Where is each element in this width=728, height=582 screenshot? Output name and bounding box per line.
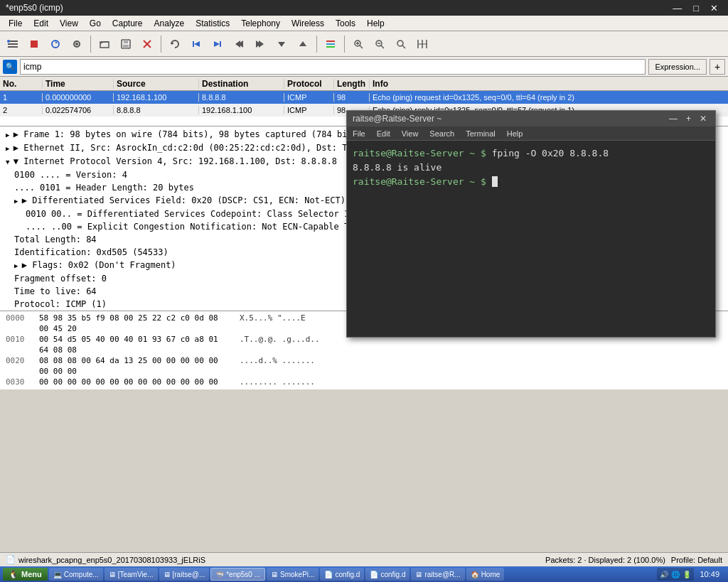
- menu-telephony[interactable]: Telephony: [235, 17, 286, 30]
- taskbar-item-6[interactable]: 📄 config.d: [365, 568, 410, 581]
- clock-time: 10:49: [700, 570, 719, 578]
- svg-rect-11: [124, 40, 128, 43]
- add-filter-button[interactable]: +: [710, 59, 725, 75]
- close-button[interactable]: ✕: [706, 3, 722, 14]
- terminal-titlebar-controls: — + ✕: [666, 114, 710, 124]
- status-profile: Profile: Default: [671, 556, 722, 564]
- menu-analyze[interactable]: Analyze: [149, 17, 191, 30]
- tray-icon-1[interactable]: 🌐: [671, 571, 680, 578]
- taskbar-item-icon-3: 🦈: [215, 571, 224, 578]
- toolbar-zoom-out-btn[interactable]: [370, 34, 390, 54]
- start-icon: 🐧: [9, 570, 18, 579]
- title-bar-controls: — □ ✕: [668, 3, 722, 14]
- cell-time-1: 0.022574706: [43, 106, 114, 114]
- svg-line-37: [402, 45, 405, 48]
- taskbar-start-button[interactable]: 🐧 Menu: [3, 568, 48, 581]
- toolbar-last-btn[interactable]: [250, 34, 270, 54]
- terminal-line-1: raitse@Raitse-Server ~ $ fping -O 0x20 8…: [353, 146, 710, 161]
- tray-icon-0[interactable]: 🔊: [660, 571, 668, 578]
- toolbar-colresize-btn[interactable]: [321, 34, 341, 54]
- taskbar-item-7[interactable]: 🖥 raitse@R...: [411, 568, 464, 581]
- taskbar-item-0[interactable]: 💻 Compute...: [49, 568, 103, 581]
- col-header-info: Info: [370, 79, 728, 89]
- toolbar-save-btn[interactable]: [116, 34, 136, 54]
- menu-tools[interactable]: Tools: [330, 17, 361, 30]
- hex-offset-3: 0030: [6, 377, 31, 389]
- menu-capture[interactable]: Capture: [107, 17, 149, 30]
- terminal-window: raitse@Raitse-Server ~ — + ✕ File Edit V…: [346, 110, 716, 338]
- taskbar-item-2[interactable]: 🖥 [raitse@...: [159, 568, 210, 581]
- toolbar-reload-btn[interactable]: [165, 34, 185, 54]
- filter-bar: 🔍 Expression... +: [0, 57, 728, 77]
- term-menu-view[interactable]: View: [399, 129, 422, 138]
- expression-button[interactable]: Expression...: [648, 59, 707, 75]
- svg-point-36: [397, 41, 403, 46]
- taskbar-item-3[interactable]: 🦈 *enp5s0 ...: [210, 568, 265, 581]
- toolbar-restart-btn[interactable]: [46, 34, 65, 54]
- menu-edit[interactable]: Edit: [28, 17, 54, 30]
- menu-wireless[interactable]: Wireless: [286, 17, 330, 30]
- filter-input[interactable]: [20, 59, 646, 75]
- toolbar-first-btn[interactable]: [229, 34, 249, 54]
- taskbar-item-label-8: Home: [481, 571, 500, 578]
- menu-view[interactable]: View: [54, 17, 84, 30]
- taskbar-item-label-3: *enp5s0 ...: [226, 571, 260, 578]
- toolbar-open-btn[interactable]: [95, 34, 114, 54]
- taskbar-clock: 🔊 🌐 🔋 10:49: [651, 568, 725, 581]
- taskbar-item-4[interactable]: 🖥 SmokePi...: [267, 568, 318, 581]
- toolbar-down-btn[interactable]: [272, 34, 291, 54]
- terminal-maximize-btn[interactable]: +: [683, 114, 694, 124]
- taskbar-item-icon-6: 📄: [370, 571, 378, 578]
- tray-icon-2[interactable]: 🔋: [682, 571, 691, 578]
- hex-ascii-1: .T..@.@. .g...d..: [240, 334, 320, 355]
- minimize-button[interactable]: —: [668, 3, 686, 14]
- taskbar-item-label-4: SmokePi...: [280, 571, 314, 578]
- menu-go[interactable]: Go: [84, 17, 107, 30]
- term-menu-file[interactable]: File: [350, 129, 368, 138]
- term-menu-edit[interactable]: Edit: [374, 129, 393, 138]
- toolbar-options-btn[interactable]: [67, 34, 87, 54]
- taskbar-item-5[interactable]: 📄 config.d: [320, 568, 364, 581]
- toolbar-close-btn[interactable]: [137, 34, 157, 54]
- terminal-minimize-btn[interactable]: —: [666, 114, 680, 124]
- toolbar-sep-3: [316, 36, 317, 53]
- term-menu-search[interactable]: Search: [427, 129, 457, 138]
- terminal-content[interactable]: raitse@Raitse-Server ~ $ fping -O 0x20 8…: [347, 141, 715, 337]
- taskbar-item-1[interactable]: 🖥 [TeamVie...: [105, 568, 158, 581]
- toolbar-resize-cols-btn[interactable]: [412, 34, 432, 54]
- svg-point-3: [7, 40, 10, 43]
- menu-file[interactable]: File: [3, 17, 28, 30]
- toolbar-up-btn[interactable]: [293, 34, 313, 54]
- hex-row-2: 002008 08 08 00 64 da 13 25 00 00 00 00 …: [6, 355, 722, 377]
- title-text: *enp5s0 (icmp): [6, 3, 63, 13]
- taskbar-item-label-5: config.d: [335, 571, 360, 578]
- toolbar-zoom-in-btn[interactable]: [348, 34, 368, 54]
- toolbar-prev-btn[interactable]: [186, 34, 206, 54]
- svg-rect-2: [8, 46, 18, 48]
- menu-statistics[interactable]: Statistics: [190, 17, 235, 30]
- svg-rect-12: [123, 45, 129, 48]
- hex-ascii-0: X.5...% "....E: [240, 313, 306, 334]
- menu-help[interactable]: Help: [361, 17, 390, 30]
- toolbar-interfaces-btn[interactable]: [3, 34, 23, 54]
- term-menu-help[interactable]: Help: [504, 129, 526, 138]
- hex-bytes-1: 00 54 d5 05 40 00 40 01 93 67 c0 a8 01 6…: [39, 334, 231, 355]
- menu-bar: File Edit View Go Capture Analyze Statis…: [0, 16, 728, 31]
- terminal-close-btn[interactable]: ✕: [697, 114, 710, 124]
- hex-ascii-3: ........ .......: [240, 377, 315, 389]
- hex-offset-2: 0020: [6, 355, 31, 377]
- taskbar-item-8[interactable]: 🏠 Home: [466, 568, 505, 581]
- packet-row-0[interactable]: 1 0.000000000 192.168.1.100 8.8.8.8 ICMP…: [0, 91, 728, 104]
- taskbar-item-label-6: config.d: [380, 571, 405, 578]
- toolbar-next-btn[interactable]: [208, 34, 228, 54]
- term-menu-terminal[interactable]: Terminal: [463, 129, 498, 138]
- svg-rect-1: [8, 43, 18, 45]
- taskbar-item-label-2: [raitse@...: [173, 571, 205, 578]
- cell-proto-1: ICMP: [284, 106, 334, 114]
- maximize-button[interactable]: □: [689, 3, 703, 14]
- toolbar-stop-btn[interactable]: [24, 34, 44, 54]
- toolbar-zoom-normal-btn[interactable]: [391, 34, 411, 54]
- toolbar-sep-4: [344, 36, 345, 53]
- taskbar-item-icon-2: 🖥: [164, 571, 171, 578]
- status-bar: 📄 wireshark_pcapng_enp5s0_20170308103933…: [0, 552, 728, 566]
